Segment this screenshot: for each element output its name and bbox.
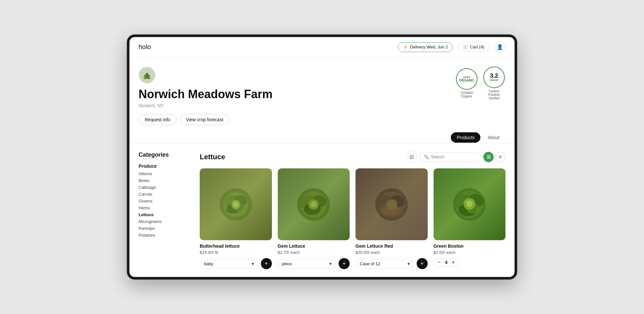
farm-avatar	[139, 67, 155, 84]
gem-red-variant-label: Case of 12	[360, 261, 380, 266]
gem-variant-label: piece	[282, 261, 292, 266]
main-content: Categories Produce Alliums Beets Cabbage…	[129, 144, 515, 277]
gem-red-add-button[interactable]: +	[417, 258, 428, 269]
header-right: ⚡ Delivery Wed, Jun 2 🛒 Cart (4) 👤	[398, 42, 505, 53]
search-icon: 🔍	[424, 154, 429, 159]
farm-header: Norwich Meadows Farm Norwich, NY Request…	[139, 67, 505, 132]
usda-organic-label: ORGANIC	[459, 79, 474, 82]
category-list: Alliums Beets Cabbage Carrots Greens Her…	[139, 171, 191, 238]
farm-badges: USDA ORGANIC Certified Organic 3.2 GREAT…	[455, 67, 505, 100]
gem-red-image	[356, 168, 428, 241]
search-box: 🔍	[420, 152, 481, 162]
gem-name: Gem Lettuce	[278, 243, 350, 249]
gem-chevron-icon: ▾	[329, 261, 332, 266]
category-item-cabbage[interactable]: Cabbage	[139, 185, 191, 190]
list-view-button[interactable]: ≡	[495, 152, 505, 162]
category-item-parsnips[interactable]: Parsnips	[139, 226, 191, 231]
butterhead-price: $14.00/ lb	[200, 250, 272, 255]
user-icon-button[interactable]: 👤	[494, 42, 505, 53]
usda-badge-wrapper: USDA ORGANIC Certified Organic	[455, 68, 478, 98]
butterhead-variant-select[interactable]: baby ▾	[200, 259, 258, 268]
user-icon: 👤	[497, 44, 503, 50]
usda-certified-label: Certified Organic	[455, 91, 478, 98]
filter-icon: ⊟	[409, 154, 414, 160]
butterhead-actions: baby ▾ +	[200, 258, 272, 269]
farm-name: Norwich Meadows Farm	[139, 87, 273, 101]
list-icon: ≡	[499, 154, 502, 160]
green-boston-decrease-button[interactable]: −	[437, 260, 441, 265]
gem-red-variant-select[interactable]: Case of 12 ▾	[356, 259, 414, 268]
green-boston-image	[434, 168, 506, 241]
products-header: Lettuce ⊟ 🔍 ⊞ ≡	[200, 151, 505, 163]
delivery-badge[interactable]: ⚡ Delivery Wed, Jun 2	[398, 42, 453, 52]
request-info-button[interactable]: Request info	[139, 114, 177, 125]
carbon-great-label: GREAT	[490, 79, 498, 82]
category-item-microgreens[interactable]: Microgreens	[139, 219, 191, 224]
gem-image	[278, 168, 350, 241]
gem-variant-select[interactable]: piece ▾	[278, 259, 336, 268]
categories-title: Categories	[139, 151, 191, 158]
product-card-green-boston: Green Boston $2.00/ each − 4 +	[434, 168, 506, 269]
tab-about[interactable]: About	[482, 132, 505, 143]
farm-section: Norwich Meadows Farm Norwich, NY Request…	[129, 58, 515, 132]
produce-group: Produce	[139, 164, 191, 169]
cart-label: Cart (4)	[470, 45, 484, 49]
gem-red-actions: Case of 12 ▾ +	[356, 258, 428, 269]
carbon-badge: 3.2 GREAT	[483, 67, 505, 88]
search-input[interactable]	[431, 154, 476, 159]
filter-button[interactable]: ⊟	[406, 151, 417, 163]
view-toggle: ⊞ ≡	[483, 152, 505, 162]
cart-button[interactable]: 🛒 Cart (4)	[458, 42, 489, 52]
butterhead-image	[200, 168, 272, 241]
cart-icon: 🛒	[463, 45, 468, 49]
gem-actions: piece ▾ +	[278, 258, 350, 269]
product-image-butterhead	[200, 168, 272, 241]
gem-add-button[interactable]: +	[339, 258, 350, 269]
gem-red-name: Gem Lettuce Red	[356, 243, 428, 249]
butterhead-add-button[interactable]: +	[261, 258, 272, 269]
products-grid: Butterhead lettuce $14.00/ lb baby ▾ +	[200, 168, 505, 269]
grid-icon: ⊞	[487, 154, 491, 160]
category-item-beets[interactable]: Beets	[139, 178, 191, 183]
green-boston-qty-value: 4	[444, 260, 449, 265]
product-image-gem-red	[356, 168, 428, 241]
header: holo ⚡ Delivery Wed, Jun 2 🛒 Cart (4) 👤	[129, 37, 515, 58]
green-boston-qty-control: − 4 +	[434, 258, 459, 267]
logo: holo	[139, 43, 151, 51]
svg-point-12	[233, 202, 238, 207]
svg-point-26	[386, 199, 397, 210]
product-image-gem	[278, 168, 350, 241]
gem-price: $2.75/ each	[278, 250, 350, 255]
product-card-butterhead: Butterhead lettuce $14.00/ lb baby ▾ +	[200, 168, 272, 269]
tab-products[interactable]: Products	[451, 132, 480, 143]
view-crop-forecast-button[interactable]: View crop forecast	[180, 114, 230, 125]
section-title: Lettuce	[200, 153, 225, 161]
category-item-alliums[interactable]: Alliums	[139, 171, 191, 176]
tabs-bar: Products About	[129, 132, 515, 144]
green-boston-actions: − 4 +	[434, 258, 506, 267]
svg-point-34	[466, 201, 473, 207]
butterhead-name: Butterhead lettuce	[200, 243, 272, 249]
sidebar: Categories Produce Alliums Beets Cabbage…	[139, 151, 191, 269]
products-controls: ⊟ 🔍 ⊞ ≡	[406, 151, 505, 163]
usda-badge: USDA ORGANIC	[456, 68, 477, 90]
product-image-green-boston	[434, 168, 506, 241]
butterhead-variant-label: baby	[204, 261, 213, 266]
farm-actions: Request info View crop forecast	[139, 114, 273, 125]
category-item-carrots[interactable]: Carrots	[139, 192, 191, 197]
category-item-greens[interactable]: Greens	[139, 199, 191, 203]
product-card-gem: Gem Lettuce $2.75/ each piece ▾ +	[278, 168, 350, 269]
green-boston-price: $2.00/ each	[434, 250, 506, 255]
delivery-label: Delivery Wed, Jun 2	[410, 45, 448, 49]
usda-top-label: USDA	[463, 76, 471, 79]
farm-location: Norwich, NY	[139, 103, 273, 108]
category-item-potatoes[interactable]: Potatoes	[139, 233, 191, 238]
category-item-herbs[interactable]: Herbs	[139, 205, 191, 210]
category-item-lettuce[interactable]: Lettuce	[139, 212, 191, 217]
butterhead-chevron-icon: ▾	[252, 261, 254, 266]
grid-view-button[interactable]: ⊞	[483, 152, 494, 162]
svg-point-19	[311, 202, 316, 207]
carbon-positive-label: Carbon Positive Verified	[483, 89, 505, 100]
svg-rect-4	[143, 77, 151, 79]
green-boston-increase-button[interactable]: +	[451, 260, 455, 265]
